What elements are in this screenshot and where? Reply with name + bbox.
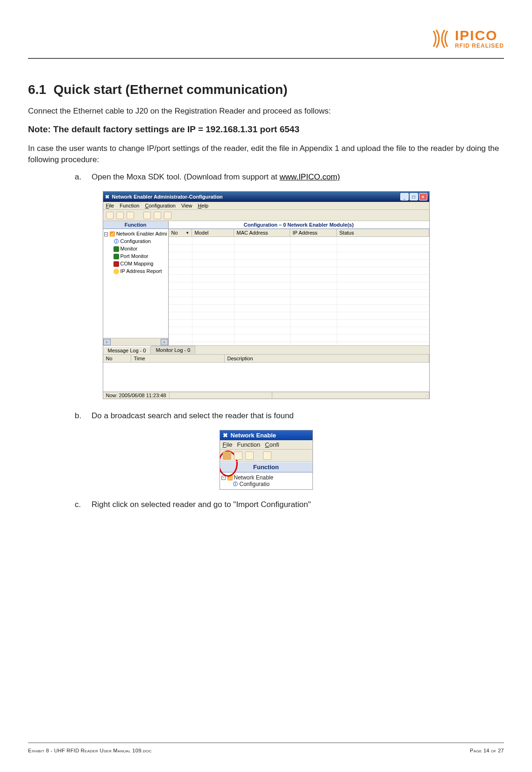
note-heading: Note: The default factory settings are I…: [28, 124, 504, 135]
function-tree-pane: Function − 📶 Network Enabler Admi ⓘ Conf…: [103, 221, 169, 345]
log-body[interactable]: [103, 363, 429, 392]
change-paragraph: In case the user wants to change IP/port…: [28, 143, 504, 165]
step-marker: b.: [75, 411, 85, 421]
logo-mark-icon: [430, 28, 451, 50]
menu-function[interactable]: Function: [120, 203, 139, 208]
tree-monitor[interactable]: Monitor: [121, 245, 138, 253]
function-header: Function: [220, 462, 312, 472]
scroll-left-button[interactable]: ‹: [103, 339, 111, 345]
tree-com-mapping[interactable]: COM Mapping: [121, 260, 154, 268]
footer-doc-title: Exhibit 8 - UHF RFID Reader User Manual …: [28, 748, 152, 753]
moxa-admin-window: ✖ Network Enabler Administrator-Configur…: [103, 191, 430, 399]
close-button[interactable]: ×: [419, 193, 427, 200]
toolbar-icon[interactable]: [263, 451, 271, 460]
ipico-link[interactable]: www.IPICO.com): [280, 172, 340, 181]
brand-tagline: RFID REALISED: [455, 43, 504, 49]
toolbar-icon[interactable]: [245, 451, 254, 460]
log-col-no[interactable]: No: [103, 355, 131, 362]
function-header: Function: [103, 221, 168, 229]
brand-name: IPICO: [455, 29, 504, 43]
toolbar-icon[interactable]: [143, 212, 151, 219]
port-monitor-icon: [113, 254, 119, 259]
tree-ip-report[interactable]: IP Address Report: [121, 268, 162, 275]
toolbar: [103, 210, 429, 221]
window-titlebar[interactable]: ✖ Network Enabler Administrator-Configur…: [103, 192, 429, 202]
tab-message-log[interactable]: Message Log - 0: [103, 346, 151, 354]
menu-bar: File Function Configuration View Help: [103, 202, 429, 210]
toolbar-icon[interactable]: [164, 212, 171, 219]
toolbar-icon[interactable]: [234, 451, 242, 460]
info-icon: ⓘ: [233, 481, 238, 487]
minimize-button[interactable]: _: [400, 193, 409, 200]
toolbar-search-icon[interactable]: [223, 451, 231, 460]
function-tree[interactable]: − 📶 Network Enabler Admi ⓘ Configuration…: [103, 229, 168, 338]
window-title: Network Enable: [231, 432, 277, 439]
header-divider: [28, 58, 504, 59]
moxa-admin-zoom-window: ✖ Network Enable File Function Confi Fun…: [220, 430, 313, 490]
tree-port-monitor[interactable]: Port Monitor: [121, 253, 149, 260]
maximize-button[interactable]: □: [410, 193, 418, 200]
col-mac[interactable]: MAC Address: [234, 229, 290, 236]
col-status[interactable]: Status: [337, 229, 429, 236]
app-icon: ✖: [105, 194, 109, 200]
toolbar-icon[interactable]: [106, 212, 113, 219]
menu-configuration[interactable]: Confi: [265, 441, 279, 448]
log-col-time[interactable]: Time: [131, 355, 225, 362]
menu-bar: File Function Confi: [220, 440, 312, 450]
app-icon: ✖: [223, 432, 228, 439]
step-marker: c.: [75, 500, 85, 509]
scroll-right-button[interactable]: ›: [161, 339, 168, 345]
menu-view[interactable]: View: [181, 203, 192, 208]
section-heading: 6.1 Quick start (Ethernet communication): [28, 82, 504, 97]
menu-file[interactable]: File: [223, 441, 233, 448]
page-header: IPICO RFID REALISED: [28, 28, 504, 50]
step-b: b. Do a broadcast search and select the …: [75, 411, 504, 421]
grid-header: No ▾ Model MAC Address IP Address Status: [169, 229, 429, 237]
toolbar-icon[interactable]: [154, 212, 161, 219]
status-bar: Now: 2005/06/08 11:23:48 ⋰: [103, 392, 429, 399]
ip-report-icon: [113, 269, 119, 274]
brand-logo: IPICO RFID REALISED: [430, 28, 504, 50]
col-model[interactable]: Model: [192, 229, 234, 236]
log-col-desc[interactable]: Description: [225, 355, 429, 362]
menu-function[interactable]: Function: [237, 441, 260, 448]
step-a: a. Open the Moxa SDK tool. (Download fro…: [75, 172, 504, 182]
monitor-icon: [113, 246, 119, 252]
menu-file[interactable]: File: [106, 203, 114, 208]
status-now: Now: 2005/06/08 11:23:48: [103, 392, 170, 399]
page-footer: Exhibit 8 - UHF RFID Reader User Manual …: [28, 743, 504, 753]
collapse-icon[interactable]: −: [221, 476, 226, 480]
grid-body[interactable]: [169, 237, 429, 345]
footer-divider: [28, 743, 504, 743]
collapse-icon[interactable]: −: [104, 232, 108, 236]
step-c: c. Right click on selected reader and go…: [75, 500, 504, 509]
col-ip[interactable]: IP Address: [290, 229, 337, 236]
module-list-pane: Configuration – 0 Network Enabler Module…: [169, 221, 429, 345]
tab-monitor-log[interactable]: Monitor Log - 0: [151, 346, 195, 354]
intro-paragraph: Connect the Ethernet cable to J20 on the…: [28, 106, 504, 117]
toolbar-icon[interactable]: [116, 212, 124, 219]
info-icon: ⓘ: [113, 239, 119, 244]
step-marker: a.: [75, 172, 85, 182]
com-mapping-icon: [113, 261, 119, 267]
module-list-header: Configuration – 0 Network Enabler Module…: [169, 221, 429, 229]
footer-page-number: Page 14 of 27: [470, 748, 504, 753]
tree-configuration[interactable]: Configuratio: [240, 481, 270, 487]
window-title: Network Enabler Administrator-Configurat…: [112, 194, 223, 200]
log-tabs: Message Log - 0 Monitor Log - 0: [103, 345, 429, 354]
tree-hscrollbar[interactable]: ‹ ›: [103, 338, 168, 345]
window-titlebar[interactable]: ✖ Network Enable: [220, 430, 312, 440]
toolbar: [220, 450, 312, 462]
menu-help[interactable]: Help: [198, 203, 209, 208]
tree-configuration[interactable]: Configuration: [121, 238, 151, 245]
resize-grip-icon[interactable]: ⋰: [423, 396, 428, 398]
log-header: No Time Description: [103, 354, 429, 363]
toolbar-icon[interactable]: [127, 212, 134, 219]
menu-configuration[interactable]: Configuration: [145, 203, 175, 208]
col-no[interactable]: No ▾: [169, 229, 192, 236]
function-tree[interactable]: − 📶 Network Enable ⓘ Configuratio: [220, 472, 312, 489]
